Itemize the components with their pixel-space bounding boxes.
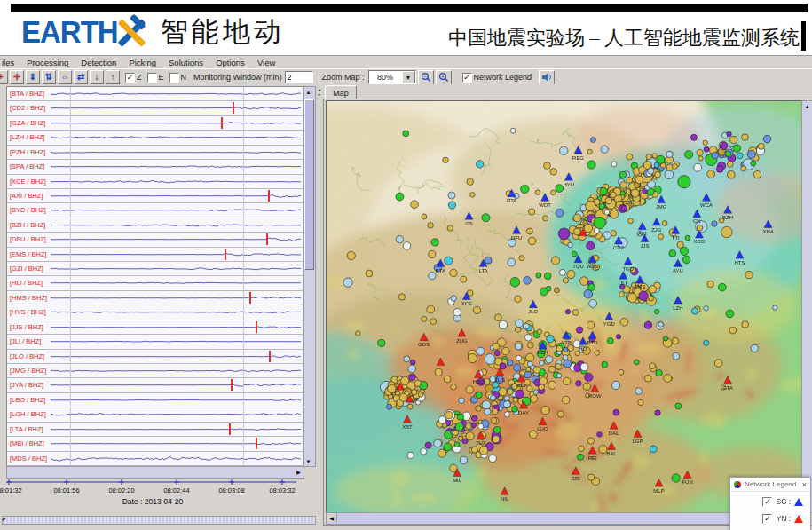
earthquake-event-dot[interactable]	[455, 423, 463, 431]
earthquake-event-dot[interactable]	[421, 448, 427, 455]
earthquake-event-dot[interactable]	[560, 146, 568, 154]
earthquake-event-dot[interactable]	[753, 171, 761, 178]
earthquake-event-dot[interactable]	[516, 344, 522, 350]
earthquake-event-dot[interactable]	[485, 257, 492, 264]
earthquake-event-dot[interactable]	[536, 273, 541, 278]
earthquake-event-dot[interactable]	[602, 361, 608, 368]
earthquake-event-dot[interactable]	[600, 187, 607, 194]
earthquake-event-dot[interactable]	[575, 351, 580, 356]
panel-bottom-scrollbar[interactable]: ◤	[2, 516, 316, 525]
trace-row-bydbhz[interactable]: [BYD / BHZ]	[7, 203, 304, 218]
earthquake-event-dot[interactable]	[556, 185, 564, 193]
earthquake-event-dot[interactable]	[521, 185, 529, 193]
earthquake-event-dot[interactable]	[610, 210, 619, 218]
earthquake-event-dot[interactable]	[556, 345, 563, 352]
earthquake-event-dot[interactable]	[773, 305, 777, 310]
earthquake-event-dot[interactable]	[445, 412, 453, 419]
earthquake-event-dot[interactable]	[627, 154, 633, 160]
earthquake-event-dot[interactable]	[482, 400, 491, 409]
earthquake-event-dot[interactable]	[656, 369, 662, 376]
p-pick-marker[interactable]	[268, 190, 270, 202]
earthquake-event-dot[interactable]	[500, 363, 506, 369]
earthquake-event-dot[interactable]	[396, 236, 403, 243]
earthquake-event-dot[interactable]	[425, 442, 431, 448]
chevron-down-icon[interactable]: ▼	[402, 71, 415, 83]
earthquake-event-dot[interactable]	[635, 360, 640, 365]
earthquake-event-dot[interactable]	[512, 406, 518, 412]
earthquake-event-dot[interactable]	[499, 320, 507, 328]
earthquake-event-dot[interactable]	[587, 474, 594, 480]
earthquake-event-dot[interactable]	[409, 374, 416, 381]
earthquake-event-dot[interactable]	[507, 360, 513, 366]
sound-icon[interactable]	[539, 70, 555, 85]
menu-item-view[interactable]: View	[257, 58, 275, 67]
earthquake-event-dot[interactable]	[607, 338, 613, 344]
earthquake-event-dot[interactable]	[548, 381, 556, 389]
earthquake-event-dot[interactable]	[648, 168, 654, 174]
splitter-collapse-icons[interactable]: ◂▸	[316, 88, 323, 97]
earthquake-event-dot[interactable]	[579, 446, 585, 452]
earthquake-event-dot[interactable]	[471, 415, 477, 422]
earthquake-event-dot[interactable]	[758, 143, 764, 149]
earthquake-event-dot[interactable]	[434, 439, 442, 447]
compress-vertical-button[interactable]: ⇅	[42, 70, 56, 84]
trace-row-mbibhz[interactable]: [MBI / BHZ]	[7, 437, 304, 451]
p-pick-marker[interactable]	[225, 249, 226, 260]
scroll-right-icon[interactable]: ▶	[294, 467, 304, 476]
earthquake-event-dot[interactable]	[588, 284, 595, 291]
panel-splitter[interactable]: ◂▸	[316, 84, 323, 523]
zoom-in-button[interactable]: +	[436, 70, 452, 85]
earthquake-event-dot[interactable]	[564, 360, 572, 368]
earthquake-event-dot[interactable]	[516, 390, 524, 399]
p-pick-marker[interactable]	[256, 321, 257, 333]
close-icon[interactable]: ×	[802, 480, 807, 489]
earthquake-event-dot[interactable]	[554, 288, 559, 293]
earthquake-event-dot[interactable]	[675, 403, 682, 409]
p-pick-marker[interactable]	[231, 379, 233, 391]
earthquake-event-dot[interactable]	[494, 314, 501, 321]
trace-row-dfubhz[interactable]: [DFU / BHZ]	[7, 233, 304, 247]
earthquake-event-dot[interactable]	[438, 449, 446, 457]
earthquake-event-dot[interactable]	[503, 401, 510, 408]
trace-row-jmgbhz[interactable]: [JMG / BHZ]	[7, 364, 304, 378]
earthquake-event-dot[interactable]	[556, 364, 562, 370]
earthquake-event-dot[interactable]	[396, 193, 404, 201]
earthquake-event-dot[interactable]	[548, 366, 555, 372]
earthquake-event-dot[interactable]	[697, 149, 703, 155]
scroll-up-icon[interactable]: ▲	[304, 87, 313, 97]
earthquake-event-dot[interactable]	[639, 291, 649, 301]
earthquake-event-dot[interactable]	[587, 241, 595, 249]
earthquake-event-dot[interactable]	[404, 356, 410, 362]
p-pick-marker[interactable]	[256, 438, 257, 449]
earthquake-event-dot[interactable]	[672, 337, 679, 344]
earthquake-event-dot[interactable]	[635, 176, 643, 184]
earthquake-event-dot[interactable]	[584, 289, 593, 298]
earthquake-event-dot[interactable]	[712, 221, 717, 226]
earthquake-event-dot[interactable]	[403, 131, 409, 137]
earthquake-event-dot[interactable]	[730, 136, 737, 143]
earthquake-event-dot[interactable]	[583, 383, 590, 390]
earthquake-event-dot[interactable]	[587, 321, 595, 328]
earthquake-event-dot[interactable]	[544, 162, 551, 170]
earthquake-event-dot[interactable]	[690, 134, 697, 140]
earthquake-event-dot[interactable]	[485, 384, 493, 392]
monitoring-window-input[interactable]	[285, 71, 313, 83]
earthquake-event-dot[interactable]	[658, 322, 664, 328]
earthquake-event-dot[interactable]	[663, 336, 667, 341]
earthquake-event-dot[interactable]	[716, 166, 723, 173]
p-pick-marker[interactable]	[233, 102, 234, 114]
earthquake-event-dot[interactable]	[516, 320, 524, 328]
component-e-checkbox[interactable]	[147, 73, 157, 83]
earthquake-event-dot[interactable]	[745, 271, 753, 278]
earthquake-event-dot[interactable]	[366, 270, 373, 277]
earthquake-event-dot[interactable]	[733, 145, 741, 153]
expand-horizontal-button[interactable]: ⇔	[58, 70, 72, 84]
earthquake-event-dot[interactable]	[562, 396, 570, 404]
earthquake-event-dot[interactable]	[460, 456, 467, 463]
earthquake-event-dot[interactable]	[597, 431, 603, 437]
earthquake-event-dot[interactable]	[528, 209, 534, 215]
earthquake-event-dot[interactable]	[619, 369, 624, 375]
earthquake-event-dot[interactable]	[401, 376, 409, 384]
component-n-checkbox[interactable]	[169, 73, 179, 83]
earthquake-event-dot[interactable]	[635, 388, 643, 395]
